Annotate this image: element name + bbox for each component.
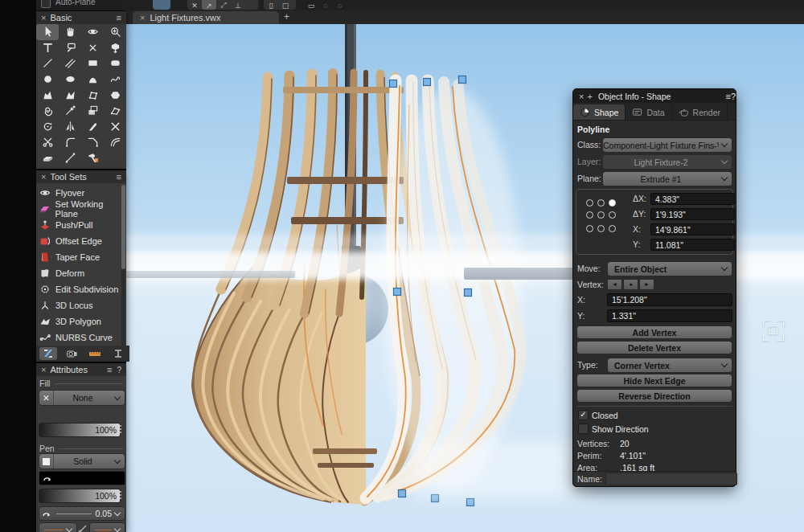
double-line-tool[interactable] xyxy=(59,55,81,72)
toolbar-icon-7[interactable]: ▭ xyxy=(304,0,318,10)
toolbar-icon-3[interactable]: ⤢ xyxy=(216,0,231,10)
toolbar-icon-5[interactable]: ▯ xyxy=(264,0,278,10)
closed-checkbox[interactable]: ✓ xyxy=(578,410,589,420)
polyline-tool[interactable] xyxy=(59,87,81,103)
toolbar-icon-2[interactable]: ↗ xyxy=(202,0,216,10)
toolbar-icon-6[interactable]: ▢ xyxy=(278,0,293,10)
name-input[interactable] xyxy=(605,473,737,485)
toolbar-plane-button[interactable] xyxy=(153,0,170,10)
attribute-mapping-tool[interactable] xyxy=(81,150,104,166)
help-icon[interactable]: ? xyxy=(731,92,736,101)
delete-vertex-button[interactable]: Delete Vertex xyxy=(576,341,732,354)
close-icon[interactable]: × xyxy=(579,92,584,101)
toolbar-icon-4[interactable]: ⊥ xyxy=(231,0,245,10)
class-dropdown[interactable]: Component-Light Fixture Fins-Ver... xyxy=(602,137,732,153)
tool-deform[interactable]: Deform xyxy=(39,265,84,281)
pan-tool[interactable] xyxy=(59,24,81,40)
flyover-tool[interactable] xyxy=(81,24,104,40)
toolbar-icon-9[interactable]: ◌ xyxy=(333,0,347,10)
tool-3d-polygon[interactable]: 3D Polygon xyxy=(39,313,101,329)
oval-tool[interactable] xyxy=(59,72,81,88)
offset-tool[interactable] xyxy=(104,134,126,150)
menu-icon[interactable]: ≡ xyxy=(107,365,112,374)
fill-style-dropdown[interactable]: ✕ None xyxy=(39,390,125,406)
anchor-radio-6[interactable] xyxy=(609,211,616,219)
add-vertex-button[interactable]: Add Vertex xyxy=(576,325,732,339)
tool-set-working-plane[interactable]: Set Working Plane xyxy=(39,201,126,217)
extrude-tool[interactable] xyxy=(104,40,126,56)
tab-render[interactable]: Render xyxy=(672,104,728,120)
anchor-radio-2[interactable] xyxy=(597,199,605,207)
freehand-tool[interactable] xyxy=(104,72,126,88)
tool-nurbs-curve[interactable]: NURBS Curve xyxy=(39,329,113,346)
auto-plane-checkbox[interactable] xyxy=(41,0,51,8)
mirror-tool[interactable] xyxy=(59,119,81,135)
type-dropdown[interactable]: Corner Vertex xyxy=(607,358,732,373)
anchor-radio-1[interactable] xyxy=(586,199,593,207)
chamfer-tool[interactable] xyxy=(81,134,104,150)
close-icon[interactable]: × xyxy=(41,365,46,374)
toolbar-icon-8[interactable]: ◌ xyxy=(318,0,333,10)
hide-next-edge-button[interactable]: Hide Next Edge xyxy=(576,374,732,387)
reshape-polygon-tool[interactable] xyxy=(81,87,104,103)
anchor-radio-7[interactable] xyxy=(586,225,593,232)
tool-push-pull[interactable]: Push/Pull xyxy=(39,217,92,233)
tool-3d-locus[interactable]: 3D Locus xyxy=(39,297,92,313)
fill-opacity-menu[interactable] xyxy=(117,423,124,436)
vertex-x-field[interactable]: 15'1.208" xyxy=(607,293,732,306)
deform-handle-tool[interactable] xyxy=(104,103,126,119)
vertex-current-button[interactable]: ● xyxy=(623,279,638,290)
anchor-radio-5[interactable] xyxy=(597,211,605,219)
delta-y-field[interactable]: 1'9.193" xyxy=(650,208,735,220)
tool-sets-scroll-thumb[interactable] xyxy=(121,185,125,269)
y-field[interactable]: 11.081" xyxy=(650,239,735,251)
category-3d-modeling[interactable] xyxy=(39,347,57,360)
marker-start-dropdown[interactable] xyxy=(39,522,77,532)
rotate-tool[interactable] xyxy=(36,119,59,135)
menu-icon[interactable]: ≡ xyxy=(117,172,121,182)
rectangle-tool[interactable] xyxy=(81,55,104,72)
pen-opacity-menu[interactable] xyxy=(117,489,124,501)
vertex-y-field[interactable]: 1.331" xyxy=(607,309,732,322)
selection-tool[interactable] xyxy=(36,24,59,40)
callout-tool[interactable] xyxy=(59,40,81,56)
help-icon[interactable]: ? xyxy=(117,366,121,374)
anchor-radio-4[interactable] xyxy=(586,211,593,219)
clip-cube-tool[interactable] xyxy=(81,103,104,119)
fillet-tool[interactable] xyxy=(59,134,81,150)
delete-tool[interactable] xyxy=(81,40,104,56)
close-icon[interactable]: × xyxy=(41,172,46,182)
tool-edit-subdivision[interactable]: Edit Subdivision xyxy=(39,281,118,297)
add-pane-icon[interactable]: + xyxy=(587,92,592,101)
tab-data[interactable]: Data xyxy=(626,104,671,120)
move-dropdown[interactable]: Entire Object xyxy=(607,261,732,276)
show-direction-checkbox[interactable] xyxy=(578,424,589,434)
delta-x-field[interactable]: 4.383" xyxy=(650,193,735,205)
tab-shape[interactable]: Shape xyxy=(573,104,626,120)
regular-polygon-tool[interactable] xyxy=(104,87,126,103)
reverse-direction-button[interactable]: Reverse Direction xyxy=(576,389,732,403)
category-visualization[interactable] xyxy=(63,347,80,360)
tape-measure-tool[interactable] xyxy=(59,150,81,166)
vertex-next-button[interactable]: ► xyxy=(639,279,654,290)
clip-tool[interactable] xyxy=(36,134,59,150)
plane-dropdown[interactable]: Extrude #1 xyxy=(602,171,732,186)
rounded-rectangle-tool[interactable] xyxy=(104,55,126,72)
document-tab[interactable]: × Light Fixtures.vwx xyxy=(133,11,279,24)
text-tool[interactable] xyxy=(36,40,59,56)
pen-color-bar[interactable] xyxy=(39,471,125,485)
polygon-tool[interactable] xyxy=(36,87,59,103)
eyedropper-tool[interactable] xyxy=(59,103,81,119)
x-field[interactable]: 14'9.861" xyxy=(650,223,735,235)
marker-end-dropdown[interactable] xyxy=(89,522,125,532)
trim-tool[interactable] xyxy=(104,119,126,135)
pen-style-dropdown[interactable]: Solid xyxy=(39,453,125,469)
toolbar-icon-1[interactable]: ✕ xyxy=(187,0,202,10)
menu-icon[interactable]: ≡ xyxy=(117,13,121,23)
pen-opacity-slider[interactable]: 100% xyxy=(39,489,121,503)
line-weight-control[interactable]: 0.05 xyxy=(39,506,125,521)
3d-box-tool[interactable] xyxy=(36,150,59,166)
new-tab-button[interactable]: + xyxy=(284,11,289,23)
fill-opacity-slider[interactable]: 100% xyxy=(39,423,121,437)
line-tool[interactable] xyxy=(36,55,59,72)
